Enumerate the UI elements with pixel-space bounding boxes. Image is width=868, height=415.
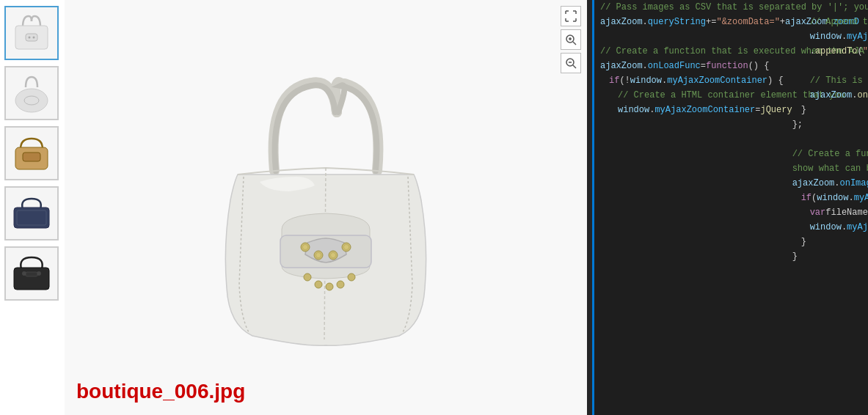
image-viewer: boutique_006.jpg: [0, 0, 587, 415]
svg-point-30: [344, 245, 349, 250]
product-image: [194, 68, 458, 347]
code-line: [792, 132, 868, 147]
code-panel: // Pass images as CSV that is separated …: [587, 0, 868, 415]
thumbnail-0[interactable]: [4, 6, 59, 60]
thumbnail-list: [0, 0, 65, 415]
svg-rect-7: [23, 153, 40, 161]
svg-line-17: [573, 42, 576, 45]
svg-rect-10: [14, 268, 49, 290]
code-line: .appendTo("#axZm_zoomLayer");: [792, 44, 868, 59]
line-numbers: [587, 0, 594, 415]
main-image: boutique_006.jpg: [65, 0, 587, 415]
svg-point-24: [303, 245, 308, 250]
svg-rect-13: [26, 272, 37, 276]
svg-point-3: [33, 37, 35, 39]
code-line: }: [792, 235, 868, 249]
thumbnail-4[interactable]: [4, 246, 59, 301]
code-line: // Create a function that executes when …: [792, 147, 868, 161]
code-line: [792, 59, 868, 73]
zoom-out-button[interactable]: [561, 53, 581, 73]
code-line: window.myAjaxZoomContainer = jQuery(" .a…: [600, 103, 868, 117]
code-line: show what can be done. The below code ge…: [792, 161, 868, 176]
code-line: var fileName = jQuery.axZm.zoomGA[$.axZm…: [792, 205, 868, 220]
svg-point-32: [315, 281, 322, 288]
code-line: };: [792, 117, 868, 132]
code-line: // This is optional and just to show wha…: [792, 73, 868, 88]
code-editor: // Pass images as CSV that is separated …: [594, 0, 868, 415]
zoom-controls: [561, 6, 581, 73]
svg-point-4: [15, 89, 48, 112]
svg-point-35: [348, 273, 355, 281]
code-line: // Append this HTML container element to…: [792, 15, 868, 29]
thumbnail-1[interactable]: [4, 66, 59, 120]
svg-rect-1: [26, 34, 37, 41]
code-line: window.myAjaxZoomContainer.html(fileName…: [792, 220, 868, 235]
code-line: }: [792, 249, 868, 264]
svg-point-31: [304, 273, 311, 281]
svg-point-33: [326, 283, 333, 290]
svg-point-26: [316, 253, 321, 258]
svg-point-28: [331, 253, 336, 258]
thumbnail-3[interactable]: [4, 186, 59, 240]
code-line: if (window.myAjaxZoomContainer && jQuery…: [792, 191, 868, 205]
code-line: [792, 0, 868, 15]
code-line: ajaxZoom.onImageChangeFunc();: [792, 88, 868, 103]
code-line: window.myAjaxZoomContainer: [792, 29, 868, 44]
image-filename: boutique_006.jpg: [76, 380, 245, 403]
thumbnail-2[interactable]: [4, 126, 59, 180]
zoom-in-button[interactable]: [561, 29, 581, 50]
code-line: }: [792, 103, 868, 117]
fullscreen-button[interactable]: [561, 6, 581, 26]
svg-line-20: [573, 65, 576, 68]
svg-point-2: [29, 37, 31, 39]
code-line: ajaxZoom.onImageChangeFunc = function() …: [792, 176, 868, 191]
svg-point-34: [337, 281, 344, 288]
